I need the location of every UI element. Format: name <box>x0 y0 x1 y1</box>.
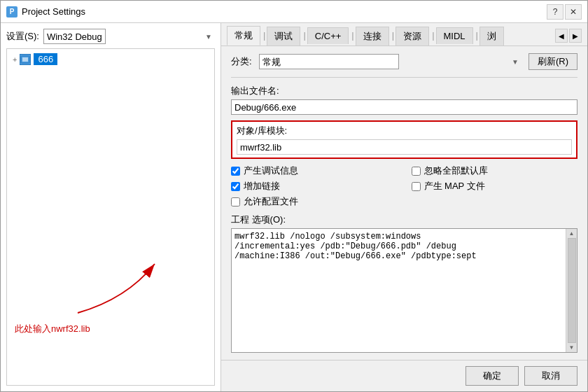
checkbox-map-input[interactable] <box>412 182 421 191</box>
divider-1 <box>231 77 578 78</box>
tab-link[interactable]: 连接 <box>356 27 389 46</box>
checkboxes-grid: 产生调试信息 忽略全部默认库 增加链接 产生 MAP 文件 <box>231 164 578 208</box>
tab-cpp[interactable]: C/C++ <box>307 27 349 44</box>
checkbox-debug-info-label: 产生调试信息 <box>244 164 298 177</box>
options-textarea[interactable]: mwrf32.lib /nologo /subsystem:windows /i… <box>232 229 566 352</box>
checkbox-ignore-defaults-label: 忽略全部默认库 <box>424 164 488 177</box>
options-label: 工程 选项(O): <box>231 214 578 226</box>
help-button[interactable]: ? <box>547 4 564 20</box>
tab-midl[interactable]: MIDL <box>436 27 473 44</box>
cancel-button[interactable]: 取消 <box>524 366 578 386</box>
tab-prev-button[interactable]: ◀ <box>555 29 568 43</box>
title-buttons: ? ✕ <box>547 4 582 20</box>
checkbox-incremental-input[interactable] <box>231 182 240 191</box>
tree-node-icon <box>20 54 31 65</box>
object-lib-group: 对象/库模块: <box>231 120 578 159</box>
right-panel: 常规 | 调试 | C/C++ | 连接 | 资源 | MIDL | 浏 ◀ ▶ <box>221 23 587 391</box>
refresh-button[interactable]: 刷新(R) <box>528 53 578 70</box>
dialog-footer: 确定 取消 <box>221 360 587 391</box>
settings-dropdown-wrapper: Win32 Debug ▼ <box>43 29 215 44</box>
category-row: 分类: 常规 ▼ 刷新(R) <box>231 53 578 70</box>
category-select-wrapper: 常规 ▼ <box>259 54 522 69</box>
options-section: 工程 选项(O): mwrf32.lib /nologo /subsystem:… <box>231 214 578 353</box>
tab-nav-buttons: ◀ ▶ <box>555 29 582 43</box>
settings-row: 设置(S): Win32 Debug ▼ <box>6 29 215 44</box>
scroll-track[interactable] <box>568 238 576 343</box>
category-select-arrow-icon: ▼ <box>512 58 519 66</box>
checkbox-debug-info[interactable]: 产生调试信息 <box>231 164 398 177</box>
settings-dropdown[interactable]: Win32 Debug <box>43 29 106 44</box>
object-lib-input[interactable] <box>237 139 572 155</box>
checkbox-incremental[interactable]: 增加链接 <box>231 180 398 192</box>
checkbox-ignore-defaults-input[interactable] <box>412 167 421 176</box>
tab-next-button[interactable]: ▶ <box>569 29 582 43</box>
tab-debug[interactable]: 调试 <box>267 27 300 46</box>
checkbox-map-label: 产生 MAP 文件 <box>424 180 485 192</box>
project-settings-dialog: P Project Settings ? ✕ 设置(S): Win32 Debu… <box>0 0 588 392</box>
dropdown-arrow-icon: ▼ <box>205 33 212 41</box>
tabs-bar: 常规 | 调试 | C/C++ | 连接 | 资源 | MIDL | 浏 ◀ ▶ <box>221 23 587 46</box>
app-icon: P <box>6 6 18 18</box>
checkbox-map[interactable]: 产生 MAP 文件 <box>412 180 578 192</box>
settings-label: 设置(S): <box>6 30 39 43</box>
checkbox-incremental-label: 增加链接 <box>244 180 280 192</box>
output-file-label: 输出文件名: <box>231 85 578 97</box>
tab-general[interactable]: 常规 <box>227 26 260 46</box>
textarea-scrollbar: ▲ ▼ <box>566 229 577 352</box>
close-button[interactable]: ✕ <box>565 4 582 20</box>
options-textarea-wrapper: mwrf32.lib /nologo /subsystem:windows /i… <box>231 228 578 353</box>
left-panel: 设置(S): Win32 Debug ▼ + <box>1 23 221 391</box>
tab-resource[interactable]: 资源 <box>396 27 429 46</box>
tab-browse[interactable]: 浏 <box>479 27 504 46</box>
scroll-down-icon[interactable]: ▼ <box>569 344 575 351</box>
dialog-content: 设置(S): Win32 Debug ▼ + <box>1 23 587 391</box>
tree-toggle-icon[interactable]: + <box>13 55 17 64</box>
dialog-title: Project Settings <box>22 6 85 17</box>
annotation-arrow <box>71 257 169 320</box>
title-bar: P Project Settings ? ✕ <box>1 1 587 23</box>
checkbox-profile-input[interactable] <box>231 197 240 206</box>
svg-rect-1 <box>22 57 28 62</box>
title-bar-left: P Project Settings <box>6 6 85 18</box>
output-file-group: 输出文件名: <box>231 85 578 115</box>
checkbox-profile[interactable]: 允许配置文件 <box>231 195 398 208</box>
confirm-button[interactable]: 确定 <box>465 366 519 386</box>
right-content: 分类: 常规 ▼ 刷新(R) 输出文件名: <box>221 46 587 360</box>
annotation-text: 此处输入nwrf32.lib <box>15 323 90 335</box>
category-label: 分类: <box>231 55 252 68</box>
checkbox-debug-info-input[interactable] <box>231 167 240 176</box>
category-select[interactable]: 常规 <box>259 54 399 69</box>
tree-node-label[interactable]: 666 <box>34 53 57 65</box>
tree-item: + 666 <box>10 52 211 66</box>
scroll-up-icon[interactable]: ▲ <box>569 230 575 237</box>
checkbox-ignore-defaults[interactable]: 忽略全部默认库 <box>412 164 578 177</box>
output-file-input[interactable] <box>231 99 578 115</box>
object-lib-label: 对象/库模块: <box>237 125 572 137</box>
checkbox-profile-label: 允许配置文件 <box>244 195 298 208</box>
